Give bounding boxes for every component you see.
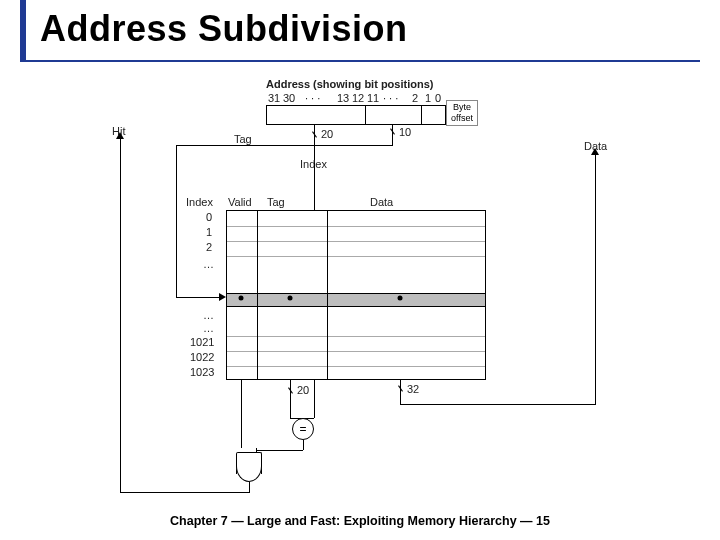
col-data: Data	[370, 196, 393, 208]
bit-0: 0	[435, 92, 441, 104]
row-2: 2	[206, 241, 212, 253]
byte-offset-label: Byte offset	[446, 100, 478, 126]
cache-table	[226, 210, 486, 380]
bit-31: 31	[268, 92, 280, 104]
row-1022: 1022	[190, 351, 214, 363]
slide-footer: Chapter 7 — Large and Fast: Exploiting M…	[0, 514, 720, 528]
row-0: 0	[206, 211, 212, 223]
hit-arrowhead-up-icon	[116, 132, 124, 139]
row-1: 1	[206, 226, 212, 238]
index-width: 10	[399, 126, 411, 138]
row-1023: 1023	[190, 366, 214, 378]
arrowhead-up-icon	[591, 148, 599, 155]
row-dots-3: …	[203, 322, 214, 334]
tag-label: Tag	[234, 133, 252, 145]
comparator-equal-icon: =	[292, 418, 314, 440]
col-valid: Valid	[228, 196, 252, 208]
bit-12: 12	[352, 92, 364, 104]
tag-compare-width: 20	[297, 384, 309, 396]
address-subdivision-diagram: Address (showing bit positions) 31 30 · …	[100, 78, 620, 498]
bit-dots-b: · · ·	[383, 92, 398, 104]
arrowhead-right-icon	[219, 293, 226, 301]
bit-1: 1	[425, 92, 431, 104]
page-title: Address Subdivision	[40, 8, 408, 50]
col-index: Index	[186, 196, 213, 208]
address-register	[266, 105, 446, 125]
row-dots-2: …	[203, 309, 214, 321]
data-width: 32	[407, 383, 419, 395]
bit-dots-a: · · ·	[305, 92, 320, 104]
bit-2: 2	[412, 92, 418, 104]
tag-width: 20	[321, 128, 333, 140]
tag-tap-dot	[288, 296, 293, 301]
data-tap-dot	[398, 296, 403, 301]
row-dots-1: …	[203, 258, 214, 270]
valid-tap-dot	[239, 296, 244, 301]
row-1021: 1021	[190, 336, 214, 348]
bit-11: 11	[367, 92, 379, 104]
bit-13: 13	[337, 92, 349, 104]
and-gate-icon	[236, 452, 262, 482]
address-caption: Address (showing bit positions)	[266, 78, 433, 90]
col-tag: Tag	[267, 196, 285, 208]
bit-30: 30	[283, 92, 295, 104]
